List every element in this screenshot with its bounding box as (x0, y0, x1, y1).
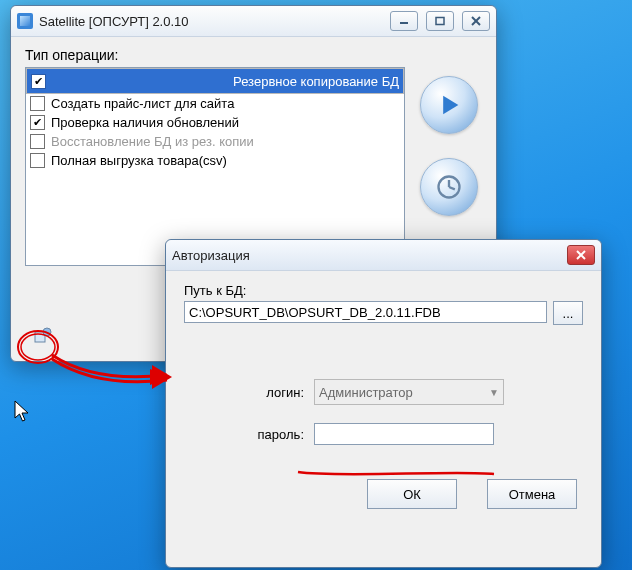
minimize-button[interactable] (390, 11, 418, 31)
settings-icon[interactable] (33, 326, 53, 346)
operation-checkbox[interactable] (30, 153, 45, 168)
svg-point-9 (43, 328, 51, 336)
svg-rect-1 (436, 18, 444, 25)
operation-item-1[interactable]: Создать прайс-лист для сайта (26, 94, 404, 113)
ok-button[interactable]: ОК (367, 479, 457, 509)
app-icon (17, 13, 33, 29)
operation-item-2[interactable]: Проверка наличия обновлений (26, 113, 404, 132)
operation-label: Создать прайс-лист для сайта (51, 96, 234, 111)
db-path-label: Путь к БД: (184, 283, 583, 298)
auth-dialog: Авторизация Путь к БД: ... логин: Админи… (165, 239, 602, 568)
auth-titlebar[interactable]: Авторизация (166, 240, 601, 271)
db-path-input[interactable] (184, 301, 547, 323)
operation-checkbox[interactable] (30, 96, 45, 111)
browse-button[interactable]: ... (553, 301, 583, 325)
operation-checkbox[interactable] (30, 115, 45, 130)
clock-icon (435, 173, 463, 201)
close-button[interactable] (462, 11, 490, 31)
operation-item-0[interactable]: Резервное копирование БД (26, 68, 404, 94)
schedule-button[interactable] (420, 158, 478, 216)
chevron-down-icon: ▼ (489, 387, 499, 398)
operation-label: Проверка наличия обновлений (51, 115, 239, 130)
password-label: пароль: (184, 427, 304, 442)
operation-list[interactable]: Резервное копирование БДСоздать прайс-ли… (25, 67, 405, 266)
mouse-cursor-icon (14, 400, 32, 424)
play-icon (435, 91, 463, 119)
login-label: логин: (184, 385, 304, 400)
operation-item-4[interactable]: Полная выгрузка товара(csv) (26, 151, 404, 170)
satellite-title: Satellite [ОПСУРТ] 2.0.10 (39, 14, 390, 29)
operation-type-label: Тип операции: (25, 47, 482, 63)
operation-label: Восстановление БД из рез. копии (51, 134, 254, 149)
auth-title: Авторизация (172, 248, 567, 263)
svg-marker-4 (443, 96, 458, 115)
login-select[interactable]: Администратор ▼ (314, 379, 504, 405)
operation-checkbox (30, 134, 45, 149)
auth-close-button[interactable] (567, 245, 595, 265)
satellite-titlebar[interactable]: Satellite [ОПСУРТ] 2.0.10 (11, 6, 496, 37)
operation-label: Резервное копирование БД (233, 74, 399, 89)
login-value: Администратор (319, 385, 413, 400)
run-button[interactable] (420, 76, 478, 134)
cancel-button[interactable]: Отмена (487, 479, 577, 509)
operation-label: Полная выгрузка товара(csv) (51, 153, 227, 168)
svg-line-7 (449, 187, 455, 189)
operation-item-3: Восстановление БД из рез. копии (26, 132, 404, 151)
maximize-button[interactable] (426, 11, 454, 31)
password-input[interactable] (314, 423, 494, 445)
operation-checkbox[interactable] (31, 74, 46, 89)
